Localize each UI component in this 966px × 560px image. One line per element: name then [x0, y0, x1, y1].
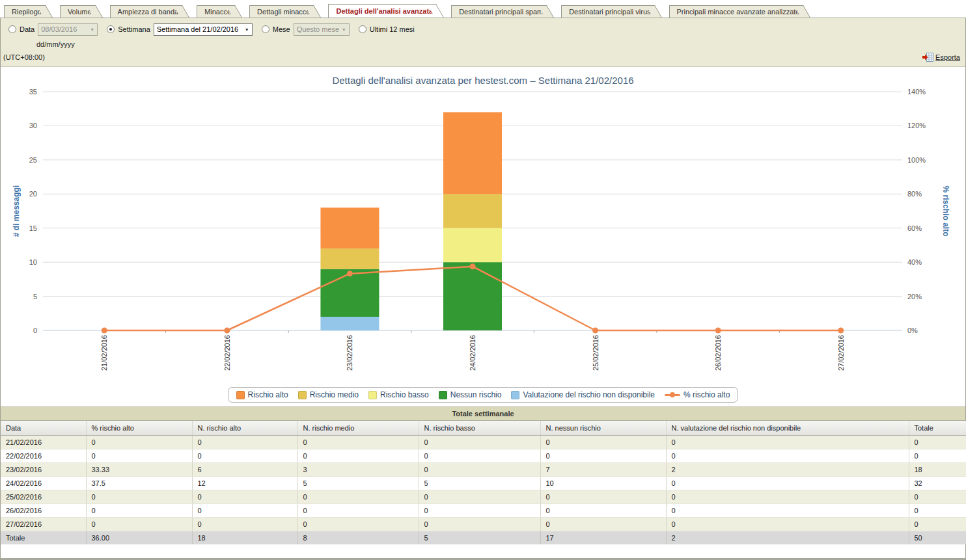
table-total-cell: 2: [666, 531, 909, 545]
table-cell: 0: [540, 436, 666, 449]
table-cell: 0: [909, 449, 966, 463]
table-cell: 37.5: [86, 477, 192, 490]
timezone-label: (UTC+08:00): [3, 53, 45, 61]
svg-text:24/02/2016: 24/02/2016: [469, 335, 476, 371]
table-total-cell: 36.00: [86, 531, 192, 545]
date-select[interactable]: 08/03/2016 ▼: [38, 23, 98, 36]
table-cell: 33.33: [86, 463, 192, 477]
month-radio[interactable]: [262, 25, 269, 33]
chevron-down-icon: ▼: [89, 27, 96, 32]
export-label: Esporta: [935, 53, 960, 61]
svg-text:23/02/2016: 23/02/2016: [346, 335, 353, 371]
legend-item-line: % rischio alto: [665, 390, 730, 399]
table-cell: 5: [297, 477, 419, 490]
legend-swatch: [298, 391, 307, 399]
last-12-months-radio[interactable]: [359, 25, 366, 33]
table-cell: 25/02/2016: [1, 490, 86, 504]
month-select-value: Questo mese: [297, 25, 339, 33]
tab-destinatari-principali-spam[interactable]: Destinatari principali spam: [451, 5, 545, 18]
table-header-cell: Totale: [909, 421, 966, 436]
stacked-bar-chart: 051015202530350%20%40%60%80%100%120%140%…: [1, 89, 966, 383]
table-cell: 0: [666, 518, 909, 531]
table-total-cell: 17: [540, 531, 666, 545]
table-cell: 0: [86, 518, 192, 531]
tab-ampiezza-di-banda[interactable]: Ampiezza di banda: [110, 5, 182, 18]
table-cell: 0: [666, 449, 909, 463]
table-cell: 0: [86, 490, 192, 504]
table-cell: 0: [666, 490, 909, 504]
table-cell: 12: [192, 477, 297, 490]
table-cell: 32: [909, 477, 966, 490]
period-filter-row: Data 08/03/2016 ▼ Settimana Settimana de…: [1, 21, 965, 37]
date-radio-label: Data: [20, 25, 34, 33]
week-select[interactable]: Settimana del 21/02/2016 ▼: [154, 23, 253, 36]
svg-text:30: 30: [29, 122, 37, 129]
table-cell: 18: [909, 463, 966, 477]
svg-text:21/02/2016: 21/02/2016: [100, 335, 108, 371]
report-tabbar: RiepilogoVolumeAmpiezza di bandaMinacceD…: [0, 0, 966, 18]
table-cell: 0: [419, 490, 540, 504]
export-link[interactable]: Esporta: [922, 53, 960, 62]
svg-text:15: 15: [29, 224, 37, 232]
chevron-down-icon: ▼: [340, 27, 348, 32]
tab-minacce[interactable]: Minacce: [197, 5, 234, 18]
tab-volume[interactable]: Volume: [60, 5, 94, 18]
legend-swatch: [511, 391, 519, 399]
table-row: 22/02/20160000000: [1, 449, 966, 463]
tab-principali-minacce-avanzate-analizzate[interactable]: Principali minacce avanzate analizzate: [669, 5, 803, 18]
table-cell: 27/02/2016: [1, 518, 86, 531]
table-total-cell: 18: [192, 531, 297, 545]
svg-text:0: 0: [33, 327, 37, 334]
svg-text:20%: 20%: [907, 293, 922, 300]
table-cell: 0: [666, 436, 909, 449]
tab-destinatari-principali-virus[interactable]: Destinatari principali virus: [561, 5, 653, 18]
month-radio-option[interactable]: Mese: [262, 25, 290, 33]
date-select-value: 08/03/2016: [41, 25, 77, 33]
table-total-row: Totale36.00188517250: [1, 531, 966, 545]
table-header-cell: N. rischio alto: [192, 421, 297, 436]
table-cell: 0: [297, 518, 419, 531]
table-cell: 0: [419, 463, 540, 477]
table-cell: 7: [540, 463, 666, 477]
last12-radio-option[interactable]: Ultimi 12 mesi: [359, 25, 415, 33]
legend-item: Rischio alto: [236, 390, 288, 399]
chevron-down-icon: ▼: [243, 27, 251, 32]
tab-dettagli-dell-analisi-avanzata[interactable]: Dettagli dell'analisi avanzata: [328, 4, 435, 18]
svg-text:120%: 120%: [907, 122, 926, 129]
legend-item: Rischio basso: [368, 390, 429, 399]
svg-text:40%: 40%: [907, 258, 922, 266]
table-cell: 0: [192, 436, 297, 449]
chart-legend: Rischio altoRischio medioRischio bassoNe…: [228, 387, 739, 403]
table-title: Totale settimanale: [1, 407, 965, 421]
table-cell: 0: [86, 449, 192, 463]
svg-text:80%: 80%: [907, 190, 922, 198]
date-radio-option[interactable]: Data: [8, 25, 34, 33]
week-radio-option[interactable]: Settimana: [107, 25, 150, 33]
table-cell: 0: [540, 518, 666, 531]
last12-radio-label: Ultimi 12 mesi: [370, 25, 415, 33]
svg-text:100%: 100%: [907, 156, 926, 164]
month-radio-label: Mese: [273, 25, 290, 33]
table-cell: 0: [909, 518, 966, 531]
tab-dettagli-minacce[interactable]: Dettagli minacce: [249, 5, 312, 18]
tab-riepilogo[interactable]: Riepilogo: [4, 5, 44, 18]
chart-title: Dettagli dell'analisi avanzata per heste…: [1, 67, 965, 89]
chart-panel: Dettagli dell'analisi avanzata per heste…: [1, 67, 965, 403]
week-radio[interactable]: [107, 25, 115, 33]
table-cell: 23/02/2016: [1, 463, 86, 477]
svg-text:# di messaggi: # di messaggi: [12, 185, 21, 237]
date-radio[interactable]: [8, 25, 16, 33]
table-cell: 0: [297, 490, 419, 504]
table-row: 26/02/20160000000: [1, 504, 966, 518]
table-row: 25/02/20160000000: [1, 490, 966, 504]
table-header-cell: N. nessun rischio: [540, 421, 666, 436]
advanced-analysis-report-page: RiepilogoVolumeAmpiezza di bandaMinacceD…: [0, 0, 966, 560]
legend-swatch: [368, 391, 377, 399]
table-row: 27/02/20160000000: [1, 518, 966, 531]
table-cell: 0: [419, 449, 540, 463]
export-icon: [922, 53, 933, 62]
table-header-cell: N. valutazione del rischio non disponibi…: [666, 421, 909, 436]
table-header-cell: % rischio alto: [86, 421, 192, 436]
legend-swatch: [439, 391, 447, 399]
month-select[interactable]: Questo mese ▼: [294, 23, 350, 36]
